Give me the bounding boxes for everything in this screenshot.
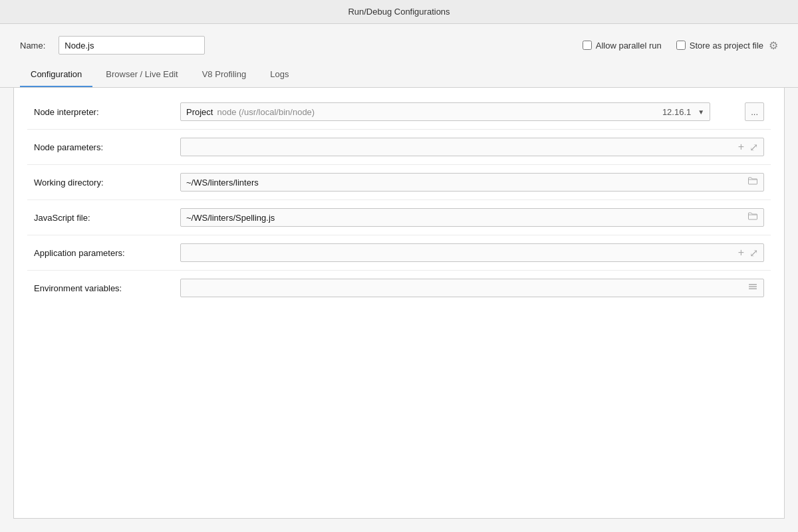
tab-logs[interactable]: Logs	[259, 64, 299, 87]
interpreter-version: 12.16.1	[662, 107, 691, 117]
working-directory-folder-icon[interactable]	[747, 176, 758, 189]
store-as-project-file-label: Store as project file	[690, 41, 763, 51]
javascript-file-field	[180, 208, 764, 227]
environment-variables-field	[180, 279, 764, 297]
javascript-file-input[interactable]	[186, 213, 745, 223]
tab-v8-profiling[interactable]: V8 Profiling	[192, 64, 257, 87]
application-parameters-expand-icon[interactable]: ⤢	[749, 247, 758, 259]
gear-icon[interactable]: ⚙	[769, 39, 778, 52]
application-parameters-label: Application parameters:	[34, 248, 180, 258]
node-parameters-plus-icon[interactable]: +	[738, 141, 744, 154]
interpreter-project-label: Project	[186, 107, 213, 117]
interpreter-path: node (/usr/local/bin/node)	[217, 107, 658, 117]
javascript-file-folder-icon[interactable]	[747, 211, 758, 224]
application-parameters-input-wrapper: + ⤢	[180, 243, 764, 262]
javascript-file-row: JavaScript file:	[14, 200, 784, 235]
application-parameters-plus-icon[interactable]: +	[738, 247, 744, 259]
header-row: Name: Allow parallel run Store as projec…	[0, 24, 798, 64]
run-debug-dialog: Run/Debug Configurations Name: Allow par…	[0, 0, 798, 532]
working-directory-row: Working directory:	[14, 165, 784, 200]
allow-parallel-run-item: Allow parallel run	[583, 41, 662, 51]
allow-parallel-run-label: Allow parallel run	[596, 41, 662, 51]
interpreter-select[interactable]: Project node (/usr/local/bin/node) 12.16…	[180, 102, 710, 121]
environment-variables-row: Environment variables:	[14, 271, 784, 305]
node-interpreter-field: Project node (/usr/local/bin/node) 12.16…	[180, 102, 764, 121]
node-interpreter-row: Node interpreter: Project node (/usr/loc…	[14, 94, 784, 129]
title-bar: Run/Debug Configurations	[0, 0, 798, 24]
tab-browser-live-edit[interactable]: Browser / Live Edit	[95, 64, 188, 87]
working-directory-label: Working directory:	[34, 178, 180, 188]
tabs-bar: Configuration Browser / Live Edit V8 Pro…	[0, 64, 798, 88]
application-parameters-row: Application parameters: + ⤢	[14, 235, 784, 270]
svg-rect-2	[749, 289, 757, 290]
environment-variables-env-icon[interactable]	[747, 281, 758, 295]
working-directory-input-wrapper	[180, 173, 764, 192]
node-interpreter-label: Node interpreter:	[34, 107, 180, 117]
tab-configuration[interactable]: Configuration	[20, 64, 92, 87]
javascript-file-label: JavaScript file:	[34, 213, 180, 223]
interpreter-wrapper: Project node (/usr/local/bin/node) 12.16…	[180, 102, 737, 121]
node-parameters-row: Node parameters: + ⤢	[14, 130, 784, 164]
working-directory-input[interactable]	[186, 178, 745, 188]
svg-rect-1	[749, 286, 757, 287]
node-parameters-label: Node parameters:	[34, 142, 180, 152]
content-area: Node interpreter: Project node (/usr/loc…	[13, 88, 785, 519]
dialog-title: Run/Debug Configurations	[348, 7, 450, 17]
node-parameters-field: + ⤢	[180, 138, 764, 156]
name-label: Name:	[20, 41, 45, 51]
environment-variables-input[interactable]	[186, 283, 745, 293]
javascript-file-input-wrapper	[180, 208, 764, 227]
node-parameters-expand-icon[interactable]: ⤢	[749, 141, 758, 154]
interpreter-row: Project node (/usr/local/bin/node) 12.16…	[180, 102, 764, 121]
store-as-project-file-checkbox[interactable]	[676, 41, 686, 50]
dropdown-arrow-icon: ▼	[698, 108, 704, 116]
application-parameters-field: + ⤢	[180, 243, 764, 262]
node-parameters-icons: + ⤢	[735, 141, 758, 154]
application-parameters-icons: + ⤢	[735, 247, 758, 259]
svg-rect-0	[749, 284, 757, 285]
name-input[interactable]	[59, 36, 205, 55]
environment-variables-label: Environment variables:	[34, 283, 180, 293]
environment-variables-input-wrapper	[180, 279, 764, 297]
interpreter-browse-button[interactable]: ...	[745, 102, 764, 121]
node-parameters-input-wrapper: + ⤢	[180, 138, 764, 156]
application-parameters-input[interactable]	[186, 248, 735, 258]
allow-parallel-run-checkbox[interactable]	[583, 41, 592, 50]
working-directory-field	[180, 173, 764, 192]
node-parameters-input[interactable]	[186, 142, 735, 152]
checkboxes-group: Allow parallel run Store as project file…	[583, 39, 778, 52]
store-as-project-file-item: Store as project file ⚙	[676, 39, 778, 52]
